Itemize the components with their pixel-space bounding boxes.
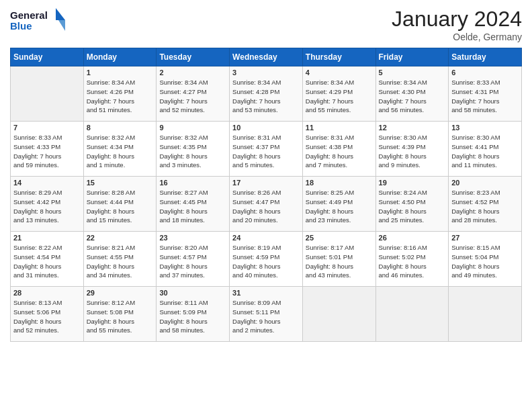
- day-number: 16: [159, 179, 226, 187]
- logo-text-block: General Blue: [10, 7, 71, 38]
- calendar-cell: 6Sunrise: 8:33 AMSunset: 4:31 PMDaylight…: [449, 66, 522, 122]
- calendar-body: 1Sunrise: 8:34 AMSunset: 4:26 PMDaylight…: [11, 66, 522, 342]
- month-title: January 2024: [392, 7, 522, 32]
- header-day-wednesday: Wednesday: [230, 48, 303, 66]
- calendar-cell: 16Sunrise: 8:27 AMSunset: 4:45 PMDayligh…: [157, 177, 230, 232]
- calendar-cell: 20Sunrise: 8:23 AMSunset: 4:52 PMDayligh…: [449, 177, 522, 232]
- day-number: 25: [306, 234, 373, 242]
- cell-daylight-info: Sunrise: 8:25 AMSunset: 4:49 PMDaylight:…: [306, 188, 373, 225]
- day-number: 5: [379, 68, 446, 77]
- calendar-cell: 7Sunrise: 8:33 AMSunset: 4:33 PMDaylight…: [11, 122, 84, 177]
- day-number: 3: [232, 68, 300, 77]
- calendar-cell: 13Sunrise: 8:30 AMSunset: 4:41 PMDayligh…: [449, 122, 522, 177]
- svg-marker-3: [58, 20, 65, 31]
- cell-daylight-info: Sunrise: 8:29 AMSunset: 4:42 PMDaylight:…: [13, 188, 81, 225]
- day-number: 11: [306, 124, 373, 132]
- calendar-cell: 22Sunrise: 8:21 AMSunset: 4:55 PMDayligh…: [83, 232, 157, 287]
- svg-text:General: General: [10, 9, 48, 21]
- cell-daylight-info: Sunrise: 8:21 AMSunset: 4:55 PMDaylight:…: [87, 243, 154, 280]
- calendar-cell: 4Sunrise: 8:34 AMSunset: 4:29 PMDaylight…: [302, 66, 375, 122]
- day-number: 7: [13, 124, 81, 132]
- calendar-cell: 3Sunrise: 8:34 AMSunset: 4:28 PMDaylight…: [230, 66, 303, 122]
- day-number: 10: [232, 124, 300, 132]
- calendar-cell: [302, 287, 375, 342]
- location: Oelde, Germany: [392, 32, 522, 42]
- svg-text:Blue: Blue: [10, 20, 32, 32]
- cell-daylight-info: Sunrise: 8:16 AMSunset: 5:02 PMDaylight:…: [379, 243, 446, 280]
- day-number: 8: [87, 124, 154, 132]
- day-number: 30: [159, 289, 226, 297]
- week-row-5: 28Sunrise: 8:13 AMSunset: 5:06 PMDayligh…: [11, 287, 522, 342]
- day-number: 19: [379, 179, 446, 187]
- logo: General Blue: [10, 7, 71, 38]
- week-row-1: 1Sunrise: 8:34 AMSunset: 4:26 PMDaylight…: [11, 66, 522, 122]
- header-day-sunday: Sunday: [11, 48, 84, 66]
- day-number: 9: [159, 124, 226, 132]
- calendar-cell: 17Sunrise: 8:26 AMSunset: 4:47 PMDayligh…: [230, 177, 303, 232]
- header-day-monday: Monday: [83, 48, 157, 66]
- calendar-cell: 8Sunrise: 8:32 AMSunset: 4:34 PMDaylight…: [83, 122, 157, 177]
- week-row-3: 14Sunrise: 8:29 AMSunset: 4:42 PMDayligh…: [11, 177, 522, 232]
- day-number: 17: [232, 179, 300, 187]
- day-number: 28: [13, 289, 81, 297]
- cell-daylight-info: Sunrise: 8:09 AMSunset: 5:11 PMDaylight:…: [232, 298, 300, 335]
- calendar-cell: [11, 66, 84, 122]
- cell-daylight-info: Sunrise: 8:33 AMSunset: 4:33 PMDaylight:…: [13, 133, 81, 170]
- day-number: 23: [159, 234, 226, 242]
- day-number: 20: [451, 179, 519, 187]
- cell-daylight-info: Sunrise: 8:27 AMSunset: 4:45 PMDaylight:…: [159, 188, 226, 225]
- calendar-cell: 19Sunrise: 8:24 AMSunset: 4:50 PMDayligh…: [375, 177, 449, 232]
- calendar-cell: 28Sunrise: 8:13 AMSunset: 5:06 PMDayligh…: [11, 287, 84, 342]
- cell-daylight-info: Sunrise: 8:12 AMSunset: 5:08 PMDaylight:…: [87, 298, 154, 335]
- calendar-cell: 31Sunrise: 8:09 AMSunset: 5:11 PMDayligh…: [230, 287, 303, 342]
- day-number: 4: [306, 68, 373, 77]
- calendar-cell: 15Sunrise: 8:28 AMSunset: 4:44 PMDayligh…: [83, 177, 157, 232]
- calendar-cell: 27Sunrise: 8:15 AMSunset: 5:04 PMDayligh…: [449, 232, 522, 287]
- page-container: General Blue January 2024 Oelde, Germany…: [0, 0, 532, 349]
- calendar-cell: [375, 287, 449, 342]
- cell-daylight-info: Sunrise: 8:26 AMSunset: 4:47 PMDaylight:…: [232, 188, 300, 225]
- day-number: 12: [379, 124, 446, 132]
- week-row-4: 21Sunrise: 8:22 AMSunset: 4:54 PMDayligh…: [11, 232, 522, 287]
- calendar-cell: 1Sunrise: 8:34 AMSunset: 4:26 PMDaylight…: [83, 66, 157, 122]
- calendar-cell: 26Sunrise: 8:16 AMSunset: 5:02 PMDayligh…: [375, 232, 449, 287]
- cell-daylight-info: Sunrise: 8:30 AMSunset: 4:41 PMDaylight:…: [451, 133, 519, 170]
- cell-daylight-info: Sunrise: 8:34 AMSunset: 4:29 PMDaylight:…: [306, 78, 373, 115]
- cell-daylight-info: Sunrise: 8:17 AMSunset: 5:01 PMDaylight:…: [306, 243, 373, 280]
- calendar-cell: 14Sunrise: 8:29 AMSunset: 4:42 PMDayligh…: [11, 177, 84, 232]
- calendar-cell: 9Sunrise: 8:32 AMSunset: 4:35 PMDaylight…: [157, 122, 230, 177]
- day-number: 18: [306, 179, 373, 187]
- day-number: 2: [159, 68, 226, 77]
- day-number: 26: [379, 234, 446, 242]
- calendar-cell: 21Sunrise: 8:22 AMSunset: 4:54 PMDayligh…: [11, 232, 84, 287]
- day-number: 14: [13, 179, 81, 187]
- calendar-cell: 24Sunrise: 8:19 AMSunset: 4:59 PMDayligh…: [230, 232, 303, 287]
- day-number: 22: [87, 234, 154, 242]
- calendar-table: SundayMondayTuesdayWednesdayThursdayFrid…: [10, 48, 522, 342]
- cell-daylight-info: Sunrise: 8:33 AMSunset: 4:31 PMDaylight:…: [451, 78, 519, 115]
- cell-daylight-info: Sunrise: 8:34 AMSunset: 4:27 PMDaylight:…: [159, 78, 226, 115]
- calendar-cell: 30Sunrise: 8:11 AMSunset: 5:09 PMDayligh…: [157, 287, 230, 342]
- cell-daylight-info: Sunrise: 8:32 AMSunset: 4:34 PMDaylight:…: [87, 133, 154, 170]
- day-number: 31: [232, 289, 300, 297]
- cell-daylight-info: Sunrise: 8:11 AMSunset: 5:09 PMDaylight:…: [159, 298, 226, 335]
- cell-daylight-info: Sunrise: 8:28 AMSunset: 4:44 PMDaylight:…: [87, 188, 154, 225]
- calendar-cell: [449, 287, 522, 342]
- day-number: 1: [87, 68, 154, 77]
- logo-svg: General Blue: [10, 7, 71, 35]
- day-number: 24: [232, 234, 300, 242]
- cell-daylight-info: Sunrise: 8:13 AMSunset: 5:06 PMDaylight:…: [13, 298, 81, 335]
- header-day-friday: Friday: [375, 48, 449, 66]
- day-number: 15: [87, 179, 154, 187]
- cell-daylight-info: Sunrise: 8:15 AMSunset: 5:04 PMDaylight:…: [451, 243, 519, 280]
- cell-daylight-info: Sunrise: 8:31 AMSunset: 4:38 PMDaylight:…: [306, 133, 373, 170]
- cell-daylight-info: Sunrise: 8:34 AMSunset: 4:28 PMDaylight:…: [232, 78, 300, 115]
- cell-daylight-info: Sunrise: 8:32 AMSunset: 4:35 PMDaylight:…: [159, 133, 226, 170]
- header-day-tuesday: Tuesday: [157, 48, 230, 66]
- calendar-cell: 12Sunrise: 8:30 AMSunset: 4:39 PMDayligh…: [375, 122, 449, 177]
- cell-daylight-info: Sunrise: 8:20 AMSunset: 4:57 PMDaylight:…: [159, 243, 226, 280]
- day-number: 13: [451, 124, 519, 132]
- cell-daylight-info: Sunrise: 8:34 AMSunset: 4:26 PMDaylight:…: [87, 78, 154, 115]
- cell-daylight-info: Sunrise: 8:22 AMSunset: 4:54 PMDaylight:…: [13, 243, 81, 280]
- day-number: 29: [87, 289, 154, 297]
